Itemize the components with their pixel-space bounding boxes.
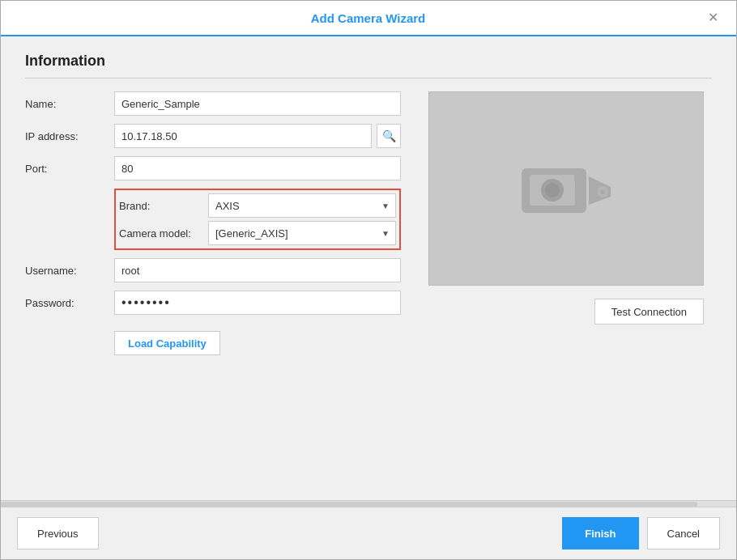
load-capability-wrapper: Load Capability [25, 323, 401, 355]
username-input[interactable] [114, 258, 401, 282]
dialog: Add Camera Wizard ✕ Information Name: IP… [0, 0, 737, 560]
close-button[interactable]: ✕ [703, 10, 723, 26]
camera-model-label: Camera model: [119, 227, 208, 240]
finish-button[interactable]: Finish [562, 517, 638, 549]
title-bar: Add Camera Wizard ✕ [1, 1, 736, 36]
password-input-wrapper [114, 291, 401, 315]
port-row: Port: [25, 156, 401, 180]
brand-row: Brand: AXIS Bosch Canon Dahua Hikvision [119, 193, 396, 218]
port-input-wrapper [114, 156, 401, 180]
scrollbar-area [1, 500, 736, 507]
camera-preview-area: Test Connection [420, 91, 712, 355]
brand-camera-group-row: Brand: AXIS Bosch Canon Dahua Hikvision [25, 189, 401, 250]
content-area: Information Name: IP address: [1, 36, 736, 500]
scrollbar-thumb[interactable] [1, 502, 697, 507]
ip-search-button[interactable]: 🔍 [377, 124, 401, 148]
port-label: Port: [25, 163, 114, 175]
camera-thumbnail [428, 91, 704, 286]
ip-input[interactable] [114, 124, 372, 148]
capability-text: Capability [153, 337, 207, 350]
password-row: Password: [25, 291, 401, 315]
ip-label: IP address: [25, 130, 114, 142]
name-input[interactable] [114, 91, 401, 116]
username-label: Username: [25, 265, 114, 277]
brand-select[interactable]: AXIS Bosch Canon Dahua Hikvision [208, 193, 396, 218]
ip-row: IP address: 🔍 [25, 124, 401, 148]
section-title: Information [25, 53, 712, 78]
search-icon: 🔍 [382, 129, 396, 142]
camera-model-select[interactable]: [Generic_AXIS] P1448-LE P3245-V [208, 221, 396, 245]
previous-button[interactable]: Previous [17, 517, 99, 549]
password-label: Password: [25, 297, 114, 309]
test-connection-button[interactable]: Test Connection [594, 299, 704, 325]
brand-select-wrapper: AXIS Bosch Canon Dahua Hikvision ▼ [208, 193, 396, 218]
camera-model-row: Camera model: [Generic_AXIS] P1448-LE P3… [119, 221, 396, 245]
port-input[interactable] [114, 156, 401, 180]
load-text: Load [128, 337, 153, 350]
svg-rect-4 [574, 174, 586, 182]
form-fields: Name: IP address: 🔍 [25, 91, 401, 355]
name-label: Name: [25, 98, 114, 110]
footer-right-buttons: Finish Cancel [562, 517, 720, 549]
dialog-title: Add Camera Wizard [33, 11, 703, 25]
name-input-wrapper [114, 91, 401, 116]
load-capability-button[interactable]: Load Capability [114, 331, 220, 355]
cancel-button[interactable]: Cancel [647, 517, 720, 549]
camera-icon [518, 156, 615, 221]
username-row: Username: [25, 258, 401, 282]
svg-point-7 [600, 189, 605, 194]
ip-input-wrapper: 🔍 [114, 124, 401, 148]
password-input[interactable] [114, 291, 401, 315]
form-area: Name: IP address: 🔍 [25, 91, 712, 355]
footer-area: Previous Finish Cancel [1, 507, 736, 559]
brand-camera-group: Brand: AXIS Bosch Canon Dahua Hikvision [114, 189, 401, 250]
name-row: Name: [25, 91, 401, 116]
username-input-wrapper [114, 258, 401, 282]
svg-point-3 [545, 183, 560, 197]
camera-model-select-wrapper: [Generic_AXIS] P1448-LE P3245-V ▼ [208, 221, 396, 245]
brand-label: Brand: [119, 200, 208, 212]
